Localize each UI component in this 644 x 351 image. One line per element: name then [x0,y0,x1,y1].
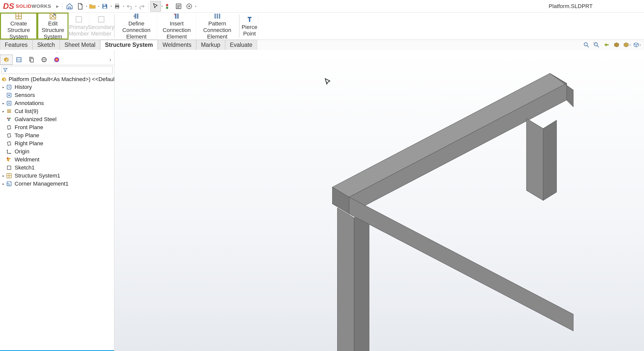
chevron-right-icon[interactable]: ▶ [56,4,59,8]
model-render [124,60,644,351]
svg-rect-0 [104,4,106,6]
primary-member-icon [75,15,83,23]
svg-rect-20 [137,14,138,19]
zoom-to-area-icon[interactable] [592,41,601,49]
open-document-button[interactable]: ▾ [87,1,99,12]
expand-caret-icon[interactable]: ▸ [1,174,6,178]
filter-row [0,65,114,75]
create-structure-system-button[interactable]: Create Structure System [0,13,37,40]
svg-point-12 [188,5,190,7]
svg-text:A: A [8,101,10,105]
chevron-down-icon[interactable]: ▾ [195,5,196,8]
section-view-icon[interactable] [612,41,621,49]
tree-item[interactable]: Top Plane [0,131,114,139]
svg-rect-47 [7,112,11,113]
panel-expand-icon[interactable]: › [107,57,114,62]
tree-root[interactable]: Platform (Default<As Machined>) <<Defaul… [0,76,114,83]
feature-tree: Platform (Default<As Machined>) <<Defaul… [0,75,114,351]
svg-rect-59 [7,166,11,169]
select-button[interactable]: ▾ [150,1,163,12]
tree-item[interactable]: Sensors [0,91,114,99]
tree-item[interactable]: Origin [0,148,114,156]
insert-connection-element-button[interactable]: Insert Connection Element [157,13,196,40]
history-icon [6,84,13,91]
plane-icon [6,132,13,139]
svg-rect-45 [7,110,11,110]
tree-item[interactable]: Sketch1 [0,164,114,172]
redo-button[interactable] [137,1,147,12]
tree-item[interactable]: ▸Corner Management1 [0,180,114,188]
tree-item[interactable]: Right Plane [0,139,114,148]
tree-item[interactable]: ▸AAnnotations [0,99,114,107]
rebuild-button[interactable] [163,1,173,12]
primary-member-button: Primary Member [69,13,89,40]
tree-item[interactable]: ▸Structure System1 [0,172,114,180]
previous-view-icon[interactable] [602,41,611,49]
pattern-connection-element-button[interactable]: Pattern Connection Element [196,13,238,40]
plane-icon [6,124,13,131]
tree-item-label: Origin [15,148,29,155]
tab-evaluate[interactable]: Evaluate [225,40,257,50]
display-style-icon[interactable]: ▾ [632,41,641,49]
secondary-member-icon [97,15,105,23]
svg-marker-70 [337,208,354,351]
svg-marker-71 [354,210,369,351]
configuration-manager-tab-icon[interactable] [25,55,38,65]
property-manager-tab-icon[interactable] [13,55,25,65]
panel-tabs: › [0,54,114,65]
tree-item[interactable]: ▸Cut list(9) [0,107,114,115]
new-document-button[interactable]: ▾ [75,1,87,12]
svg-rect-3 [116,4,119,5]
svg-marker-57 [10,153,11,154]
brand-solid: SOLID [16,4,31,9]
undo-button[interactable]: ▾ [124,1,137,12]
dimxpert-manager-tab-icon[interactable] [38,55,50,65]
part-icon [1,76,7,82]
annotations-icon: A [6,100,13,107]
graphics-viewport[interactable] [114,50,644,351]
document-title: Platform.SLDPRT [549,3,593,10]
sketch-icon [6,164,13,171]
app-logo: DS SOLIDWORKS ▶ [1,0,61,12]
tab-structure-system[interactable]: Structure System [100,40,158,50]
view-orientation-icon[interactable]: ▾ [622,41,631,49]
tree-item[interactable]: Front Plane [0,123,114,131]
filter-input[interactable] [2,66,113,74]
tab-sheet-metal[interactable]: Sheet Metal [60,40,100,50]
logo-icon: DS [3,2,14,11]
plane-icon [6,140,13,147]
expand-caret-icon[interactable]: ▸ [1,101,6,105]
svg-rect-18 [98,16,104,22]
feature-manager-tab-icon[interactable] [0,55,13,65]
file-properties-button[interactable] [173,1,184,12]
expand-caret-icon[interactable]: ▸ [1,85,6,89]
pattern-connection-icon [214,12,221,20]
pierce-point-button[interactable]: Pierce Point [241,13,258,40]
insert-connection-icon [173,12,181,20]
svg-marker-69 [543,120,557,200]
tab-markup[interactable]: Markup [196,40,225,50]
options-button[interactable]: ▾ [184,1,196,12]
define-connection-element-button[interactable]: Define Connection Element [116,13,157,40]
svg-point-26 [584,43,587,46]
pierce-point-icon [246,15,253,23]
home-button[interactable] [64,1,75,12]
panel-handle[interactable]: ◦ [0,50,114,54]
tab-weldments[interactable]: Weldments [158,40,196,50]
print-button[interactable]: ▾ [112,1,124,12]
edit-structure-system-button[interactable]: Edit Structure System [37,13,69,40]
save-button[interactable]: ▾ [99,1,112,12]
tab-features[interactable]: Features [0,40,32,50]
zoom-to-fit-icon[interactable] [582,41,591,49]
tree-item[interactable]: ▸History [0,83,114,91]
expand-caret-icon[interactable]: ▸ [1,109,6,113]
svg-rect-1 [104,7,107,8]
display-manager-tab-icon[interactable] [50,55,63,65]
weldment-icon [6,156,13,163]
material-icon [6,116,13,123]
tab-sketch[interactable]: Sketch [32,40,60,50]
tree-item-label: History [15,84,32,90]
expand-caret-icon[interactable]: ▸ [1,182,6,186]
tree-item[interactable]: Galvanized Steel [0,115,114,123]
tree-item[interactable]: Weldment [0,156,114,164]
